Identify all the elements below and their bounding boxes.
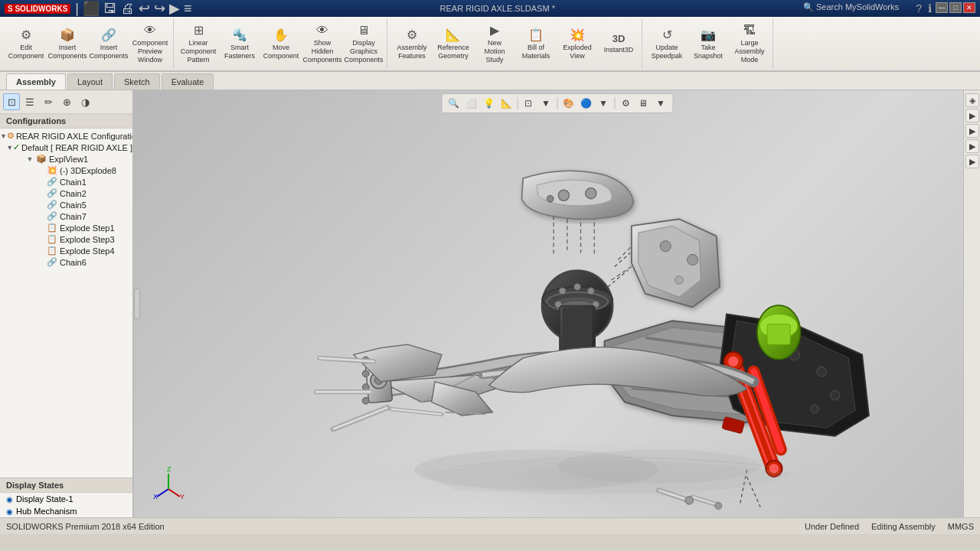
tree-item-chain2[interactable]: 🔗 Chain2 [0,187,132,199]
rp-btn-4[interactable]: ▶ [965,139,979,153]
component-preview-icon: 👁 [144,23,156,37]
quick-access-toolbar[interactable]: | ⬛ 🖫 🖨 ↩ ↪ ▶ ≡ [75,0,191,17]
display-graphics-icon: 🖥 [358,23,370,37]
rp-btn-1[interactable]: ◈ [965,93,979,107]
tree-icon-explode-step3: 📋 [46,234,58,244]
minimize-button[interactable]: — [936,2,948,13]
tree-arrow-explode-step1 [35,224,46,232]
tree-item-explode-step3[interactable]: 📋 Explode Step3 [0,233,132,245]
rp-btn-3[interactable]: ▶ [965,124,979,138]
tab-sketch[interactable]: Sketch [114,73,160,90]
move-component-label: MoveComponent [263,44,299,60]
vp-monitor-arrow[interactable]: ▼ [652,96,669,111]
vp-view-icon[interactable]: ⊡ [520,96,537,111]
vp-shading-arrow[interactable]: ▼ [595,96,612,111]
smart-fasteners-button[interactable]: 🔩 SmartFasteners [220,19,260,68]
display-graphics-button[interactable]: 🖥 DisplayGraphicsComponents [344,19,384,68]
move-component-button[interactable]: ✋ MoveComponent [261,19,301,68]
tree-item-3dexplode8[interactable]: 💥 (-) 3DExplode8 [0,165,132,176]
linear-pattern-button[interactable]: ⊞ Linear ComponentPattern [178,19,218,68]
tree-icon-explode-step4: 📋 [46,246,58,256]
panel-collapse-handle[interactable] [134,289,140,319]
exploded-view-button[interactable]: 💥 ExplodedView [557,19,597,68]
3d-viewport[interactable]: 🔍 ⬜ 💡 📐 ⊡ ▼ 🎨 🔵 ▼ ⚙ 🖥 ▼ [134,90,980,517]
take-snapshot-icon: 📷 [701,28,716,42]
tree-item-chain7[interactable]: 🔗 Chain7 [0,210,132,222]
tab-assembly[interactable]: Assembly [6,73,66,90]
info-icon[interactable]: ℹ [928,2,932,15]
panel-icon-add[interactable]: ⊕ [58,93,75,110]
bill-of-materials-button[interactable]: 📋 Bill ofMaterials [516,19,556,68]
insert-components-icon: 📦 [60,28,75,42]
tree-item-root[interactable]: ▼ ⚙ REAR RIGID AXLE Configuration(s) [0,130,132,142]
svg-point-49 [830,390,839,399]
tree-icon-chain1: 🔗 [46,177,58,187]
edit-component-label: Edit Component [8,44,44,60]
maximize-button[interactable]: □ [949,2,962,13]
new-motion-study-button[interactable]: ▶ NewMotionStudy [475,19,514,68]
large-assembly-mode-button[interactable]: 🏗 LargeAssemblyMode [730,19,769,68]
tree-item-default[interactable]: ▼ ✓ Default [ REAR RIGID AXLE ] [0,142,132,153]
panel-icon-config[interactable]: ⊡ [3,93,20,110]
vp-monitor-icon[interactable]: 🖥 [635,96,652,111]
tree-item-explode-step1[interactable]: 📋 Explode Step1 [0,222,132,233]
vp-arrow-icon[interactable]: ▼ [537,96,554,111]
edit-component-icon: ⚙ [21,28,31,42]
tree-item-chain6[interactable]: 🔗 Chain6 [0,256,132,268]
display-state-1-item[interactable]: ◉ Display State-1 [0,493,132,505]
hub-mechanism-icon: ◉ [6,507,13,516]
panel-icon-list[interactable]: ☰ [21,93,38,110]
tree-arrow-chain1 [35,178,46,186]
tree-arrow-root: ▼ [0,132,7,140]
hub-mechanism-item[interactable]: ◉ Hub Mechanism [0,505,132,517]
tree-item-explode-step4[interactable]: 📋 Explode Step4 [0,245,132,256]
insert-components-button[interactable]: 📦 InsertComponents [47,19,87,68]
configuration-tree: ▼ ⚙ REAR RIGID AXLE Configuration(s) ▼ ✓… [0,129,132,478]
toolbar-group-speedpak: ↺ UpdateSpeedpak 📷 TakeSnapshot 🏗 LargeA… [644,18,773,69]
panel-icon-edit[interactable]: ✏ [40,93,57,110]
assembly-features-button[interactable]: ⚙ AssemblyFeatures [392,19,432,68]
close-button[interactable]: ✕ [963,2,975,13]
svg-line-80 [157,489,168,497]
tree-item-chain1[interactable]: 🔗 Chain1 [0,176,132,187]
tab-evaluate[interactable]: Evaluate [162,73,214,90]
toolbar-group-pattern: ⊞ Linear ComponentPattern 🔩 SmartFastene… [175,18,387,69]
update-speedpak-button[interactable]: ↺ UpdateSpeedpak [647,19,687,68]
panel-icon-display[interactable]: ◑ [77,93,93,110]
titlebar-controls: 🔍 Search MySolidWorks ? ℹ — □ ✕ [803,2,975,15]
tab-layout[interactable]: Layout [67,73,113,90]
move-component-icon: ✋ [273,28,289,42]
svg-point-50 [811,405,819,413]
rp-btn-5[interactable]: ▶ [965,155,979,168]
svg-point-36 [586,188,596,199]
show-hidden-icon: 👁 [316,23,328,37]
vp-shading-icon[interactable]: 🔵 [577,96,594,111]
vp-settings-icon[interactable]: ⚙ [617,96,634,111]
vp-light-icon[interactable]: 💡 [480,96,497,111]
instant3d-button[interactable]: 3D Instant3D [599,19,639,68]
vp-color-icon[interactable]: 🎨 [560,96,577,111]
tree-arrow-default: ▼ [6,144,13,152]
vp-select-icon[interactable]: ⬜ [462,96,479,111]
mate-button[interactable]: 🔗 Insert Components [89,19,129,68]
3d-model-view[interactable] [134,90,980,517]
tree-icon-default: ✓ [13,142,20,152]
help-icon[interactable]: ? [916,2,922,15]
vp-camera-icon[interactable]: 📐 [498,96,514,111]
tree-item-chain5[interactable]: 🔗 Chain5 [0,199,132,210]
tree-label-explview1: ExplView1 [49,155,88,164]
tree-icon-3dexplode8: 💥 [46,165,58,175]
rp-btn-2[interactable]: ▶ [965,109,979,122]
take-snapshot-button[interactable]: 📷 TakeSnapshot [688,19,728,68]
search-box[interactable]: 🔍 Search MySolidWorks [803,2,906,15]
edit-component-button[interactable]: ⚙ Edit Component [6,19,46,68]
right-panel: ◈ ▶ ▶ ▶ ▶ [963,90,980,517]
reference-geometry-button[interactable]: 📐 ReferenceGeometry [433,19,473,68]
vp-zoom-icon[interactable]: 🔍 [445,96,462,111]
svg-point-9 [362,397,369,404]
svg-point-28 [559,288,566,295]
show-hidden-button[interactable]: 👁 ShowHiddenComponents [302,19,342,68]
component-preview-button[interactable]: 👁 ComponentPreviewWindow [130,19,170,68]
tree-item-explview1[interactable]: ▼ 📦 ExplView1 [0,153,132,165]
vp-divider-2 [557,97,557,109]
